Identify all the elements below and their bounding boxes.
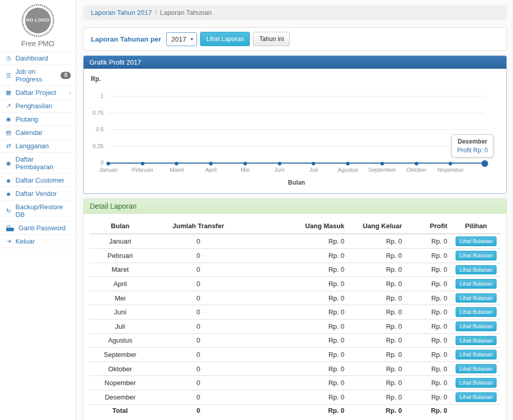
gridline: 0.5: [108, 129, 485, 130]
x-tick-label: Nopember: [438, 167, 464, 173]
cell-uang_keluar: Rp. 0: [348, 319, 406, 333]
chart-panel-title: Grafik Profit 2017: [84, 56, 506, 69]
column-header-pilihan: Pilihan: [451, 220, 501, 234]
users-icon: ☻: [5, 191, 12, 197]
data-point-agustus[interactable]: [346, 162, 350, 166]
cell-jumlah_transfer: 0: [151, 319, 245, 333]
sidebar-item-piutang[interactable]: ◉Piutang: [0, 113, 75, 126]
calendar-icon: ▤: [5, 129, 12, 136]
lihat-bulanan-button[interactable]: Lihat Bulanan: [456, 293, 497, 303]
table-row: Juni0Rp. 0Rp. 0Rp. 0Lihat Bulanan: [89, 305, 501, 319]
data-point-juni[interactable]: [278, 162, 281, 166]
detail-table: BulanJumlah TransferUang MasukUang Kelua…: [89, 220, 501, 416]
cell-bulan: Juli: [89, 319, 151, 333]
cell-uang_keluar: Rp. 0: [348, 404, 406, 416]
lihat-bulanan-button[interactable]: Lihat Bulanan: [456, 378, 497, 388]
sidebar-item-daftar-pembayaran[interactable]: ◉Daftar Pembayaran: [0, 153, 75, 174]
data-point-oktober[interactable]: [415, 162, 418, 166]
detail-panel: Detail Laporan BulanJumlah TransferUang …: [83, 198, 507, 420]
data-point-maret[interactable]: [175, 162, 179, 166]
cell-profit: Rp. 0: [406, 404, 451, 416]
data-point-april[interactable]: [209, 162, 213, 166]
sidebar-item-ganti-password[interactable]: Ganti Password: [0, 222, 75, 235]
sidebar-item-calendar[interactable]: ▤Calendar: [0, 126, 75, 139]
sidebar-item-label: Keluar: [15, 237, 35, 245]
cell-uang_keluar: Rp. 0: [348, 376, 406, 390]
cell-jumlah_transfer: 0: [151, 234, 245, 248]
cell-bulan: Maret: [89, 263, 151, 277]
cell-profit: Rp. 0: [406, 248, 451, 263]
sidebar-item-keluar[interactable]: ⇥Keluar: [0, 235, 75, 248]
sidebar-item-label: Daftar Vendor: [15, 190, 56, 197]
data-point-nopember[interactable]: [449, 162, 452, 166]
sidebar-item-backup-restore-db[interactable]: ↻Backup/Restore DB: [0, 201, 75, 222]
sidebar-item-dashboard[interactable]: ◷Dashboard: [0, 52, 75, 65]
data-point-desember[interactable]: [482, 161, 488, 167]
breadcrumb-link[interactable]: Laporan Tahun 2017: [91, 9, 152, 16]
sidebar-item-label: Calendar: [15, 129, 43, 136]
table-row: September0Rp. 0Rp. 0Rp. 0Lihat Bulanan: [89, 348, 501, 362]
cell-profit: Rp. 0: [406, 263, 451, 277]
lihat-bulanan-button[interactable]: Lihat Bulanan: [456, 279, 497, 289]
filter-label: Laporan Tahunan per: [91, 35, 161, 43]
cell-pilihan: Lihat Bulanan: [451, 234, 501, 248]
year-select[interactable]: 2017: [166, 32, 197, 46]
lihat-bulanan-button[interactable]: Lihat Bulanan: [456, 350, 497, 359]
cell-jumlah_transfer: 0: [151, 348, 245, 362]
table-icon: ▦: [5, 89, 12, 96]
tahun-ini-button[interactable]: Tahun ini: [253, 32, 290, 46]
data-point-september[interactable]: [380, 162, 384, 166]
tasks-icon: ☰: [5, 72, 12, 79]
lihat-bulanan-button[interactable]: Lihat Bulanan: [456, 392, 497, 402]
cell-uang_masuk: Rp. 0: [246, 348, 349, 362]
cell-profit: Rp. 0: [406, 348, 451, 362]
lihat-bulanan-button[interactable]: Lihat Bulanan: [456, 336, 497, 346]
lihat-laporan-button[interactable]: Lihat Laporan: [200, 32, 250, 46]
main-content: Laporan Tahun 2017/Laporan Tahunan Lapor…: [76, 0, 513, 420]
cell-bulan: Desember: [89, 390, 151, 404]
retweet-icon: ⇄: [5, 143, 12, 149]
cell-uang_keluar: Rp. 0: [348, 248, 406, 263]
sidebar-item-penghasilan[interactable]: ↗Penghasilan: [0, 99, 75, 113]
cell-profit: Rp. 0: [406, 390, 451, 404]
column-header-profit: Profit: [406, 220, 451, 234]
cell-jumlah_transfer: 0: [151, 362, 245, 376]
lihat-bulanan-button[interactable]: Lihat Bulanan: [456, 265, 497, 275]
cell-profit: Rp. 0: [406, 291, 451, 305]
cell-jumlah_transfer: 0: [151, 305, 245, 319]
lihat-bulanan-button[interactable]: Lihat Bulanan: [456, 322, 497, 331]
x-axis-labels: JanuariPebruariMaretAprilMeiJuniJuliAgus…: [108, 167, 485, 174]
cell-bulan: Mei: [89, 291, 151, 305]
sidebar-item-daftar-project[interactable]: ▦Daftar Project‹: [0, 86, 75, 99]
cell-bulan: September: [89, 348, 151, 362]
lihat-bulanan-button[interactable]: Lihat Bulanan: [456, 251, 497, 261]
cell-pilihan: Lihat Bulanan: [451, 390, 501, 404]
sidebar-item-job-on-progress[interactable]: ☰Job on Progress0: [0, 65, 75, 86]
sidebar-item-daftar-vendor[interactable]: ☻Daftar Vendor: [0, 187, 75, 201]
cell-profit: Rp. 0: [406, 277, 451, 291]
lihat-bulanan-button[interactable]: Lihat Bulanan: [456, 364, 497, 374]
cell-uang_keluar: Rp. 0: [348, 362, 406, 376]
cell-pilihan: Lihat Bulanan: [451, 348, 501, 362]
data-point-mei[interactable]: [243, 162, 247, 166]
cell-bulan: Juni: [89, 305, 151, 319]
money-icon: ◉: [5, 160, 12, 167]
lihat-bulanan-button[interactable]: Lihat Bulanan: [456, 236, 497, 246]
sidebar-item-label: Ganti Password: [18, 224, 66, 232]
data-point-juli[interactable]: [312, 162, 315, 166]
chart-tooltip: Desember Profit Rp: 0: [451, 134, 494, 157]
sidebar-item-daftar-customer[interactable]: ☻Daftar Customer: [0, 174, 75, 187]
x-tick-label: Pebruari: [132, 167, 153, 173]
cell-uang_keluar: Rp. 0: [348, 277, 406, 291]
cell-uang_masuk: Rp. 0: [246, 362, 349, 376]
gridline: 0.75: [108, 113, 485, 113]
cell-uang_keluar: Rp. 0: [348, 390, 406, 404]
sidebar-item-langganan[interactable]: ⇄Langganan: [0, 139, 75, 153]
cell-jumlah_transfer: 0: [151, 277, 245, 291]
y-tick-label: 0.5: [96, 126, 104, 132]
x-tick-label: April: [205, 167, 216, 173]
lihat-bulanan-button[interactable]: Lihat Bulanan: [456, 307, 497, 317]
data-point-pebruari[interactable]: [141, 162, 144, 166]
data-point-januari[interactable]: [107, 162, 110, 166]
cell-profit: Rp. 0: [406, 362, 451, 376]
